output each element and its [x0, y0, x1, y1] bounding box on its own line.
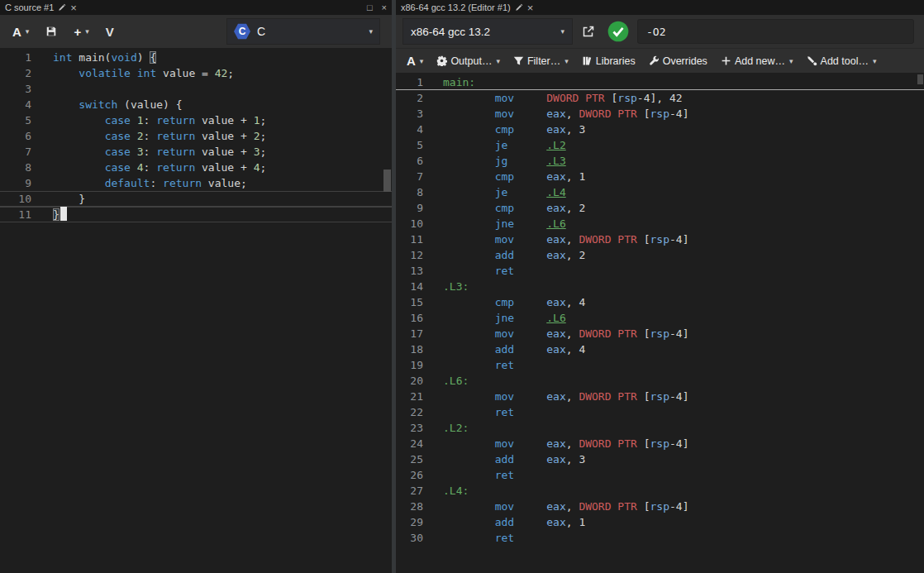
font-size-button[interactable]: A▾: [401, 51, 429, 70]
asm-label-link[interactable]: .L4: [546, 186, 565, 198]
close-pane-icon[interactable]: ×: [382, 2, 387, 12]
filter-button[interactable]: Filter…▾: [507, 52, 574, 70]
source-code-line[interactable]: 4 switch (value) {: [0, 97, 392, 112]
asm-code-line[interactable]: 10 jne .L6: [396, 216, 924, 232]
source-tab-title[interactable]: C source #1: [5, 2, 54, 12]
source-code-line[interactable]: 5 case 1: return value + 1;: [0, 112, 392, 128]
line-number: 2: [396, 90, 423, 106]
rename-tab-icon[interactable]: [515, 3, 523, 12]
line-number: 8: [396, 184, 423, 200]
asm-code-line[interactable]: 22 ret: [396, 404, 924, 420]
asm-code-line[interactable]: 13 ret: [396, 263, 924, 279]
asm-code-line[interactable]: 27.L4:: [396, 483, 924, 499]
asm-label-link[interactable]: .L6: [546, 217, 565, 230]
line-content: .L6:: [443, 373, 469, 389]
asm-code-line[interactable]: 26 ret: [396, 467, 924, 483]
asm-label-link[interactable]: .L6: [546, 312, 565, 324]
line-number: 10: [0, 191, 31, 207]
source-code-line[interactable]: 2 volatile int value = 42;: [0, 65, 392, 81]
asm-code-line[interactable]: 1main:: [396, 74, 924, 90]
line-number: 20: [396, 373, 423, 389]
compiler-explorer-app: C source #1 × □ × A ▾ + ▾: [0, 0, 924, 573]
book-icon: [582, 55, 593, 66]
scrollbar-thumb[interactable]: [917, 74, 923, 84]
asm-code-line[interactable]: 21 mov eax, DWORD PTR [rsp-4]: [396, 389, 924, 404]
add-pane-button[interactable]: + ▾: [68, 22, 94, 41]
source-code-lines: 1int main(void) {2 volatile int value = …: [0, 50, 392, 222]
line-number: 21: [396, 389, 423, 404]
asm-code-line[interactable]: 18 add eax, 4: [396, 341, 924, 357]
save-button[interactable]: [40, 22, 63, 41]
line-number: 6: [0, 128, 31, 144]
asm-code-line[interactable]: 20.L6:: [396, 373, 924, 389]
minimap[interactable]: [350, 50, 378, 86]
language-select[interactable]: C C ▾: [226, 18, 380, 45]
asm-code-line[interactable]: 29 add eax, 1: [396, 514, 924, 530]
asm-code-line[interactable]: 15 cmp eax, 4: [396, 294, 924, 310]
line-content: }: [53, 191, 85, 207]
source-editor[interactable]: 1int main(void) {2 volatile int value = …: [0, 48, 392, 573]
output-button[interactable]: Output…▾: [431, 52, 506, 70]
line-number: 1: [0, 50, 31, 65]
open-in-new-window-icon[interactable]: [578, 25, 599, 38]
asm-code-line[interactable]: 6 jg .L3: [396, 153, 924, 169]
line-number: 5: [0, 112, 31, 128]
source-code-line[interactable]: 6 case 2: return value + 2;: [0, 128, 392, 144]
button-label: Libraries: [596, 55, 636, 67]
asm-code-line[interactable]: 8 je .L4: [396, 184, 924, 200]
rename-tab-icon[interactable]: [58, 3, 66, 12]
source-code-line[interactable]: 11}: [0, 207, 392, 222]
asm-code-line[interactable]: 3 mov eax, DWORD PTR [rsp-4]: [396, 106, 924, 122]
editor-cursor: [60, 207, 67, 221]
asm-code-line[interactable]: 14.L3:: [396, 279, 924, 294]
asm-code-line[interactable]: 30 ret: [396, 530, 924, 546]
line-content: ret: [443, 357, 514, 373]
asm-code-line[interactable]: 2 mov DWORD PTR [rsp-4], 42: [396, 90, 924, 106]
scrollbar-thumb[interactable]: [383, 170, 391, 192]
libraries-button[interactable]: Libraries: [576, 52, 641, 70]
compiler-options-input[interactable]: -O2: [637, 19, 914, 44]
asm-code-line[interactable]: 19 ret: [396, 357, 924, 373]
source-code-line[interactable]: 8 case 4: return value + 4;: [0, 160, 392, 175]
source-pane-tabbar: C source #1 × □ ×: [0, 0, 392, 15]
font-size-button[interactable]: A ▾: [7, 22, 35, 41]
overrides-button[interactable]: Overrides: [643, 52, 713, 70]
source-code-line[interactable]: 1int main(void) {: [0, 50, 392, 65]
close-tab-icon[interactable]: ×: [70, 2, 77, 13]
maximize-pane-icon[interactable]: □: [367, 2, 373, 12]
asm-code-line[interactable]: 5 je .L2: [396, 137, 924, 153]
asm-code-line[interactable]: 23.L2:: [396, 420, 924, 436]
asm-label-link[interactable]: .L2: [546, 139, 565, 151]
source-code-line[interactable]: 10 }: [0, 191, 392, 207]
asm-code-line[interactable]: 12 add eax, 2: [396, 247, 924, 263]
asm-code-line[interactable]: 24 mov eax, DWORD PTR [rsp-4]: [396, 436, 924, 451]
asm-label-link[interactable]: .L3: [546, 155, 565, 167]
asm-code-line[interactable]: 16 jne .L6: [396, 310, 924, 326]
source-code-line[interactable]: 9 default: return value;: [0, 175, 392, 191]
line-content: main:: [443, 74, 475, 90]
line-number: 17: [396, 326, 423, 341]
vim-toggle-button[interactable]: V: [100, 22, 120, 41]
asm-code-line[interactable]: 4 cmp eax, 3: [396, 122, 924, 137]
asm-code-line[interactable]: 25 add eax, 3: [396, 451, 924, 467]
line-content: mov DWORD PTR [rsp-4], 42: [443, 90, 683, 106]
add-new-button[interactable]: Add new…▾: [715, 52, 799, 70]
add-tool-button[interactable]: Add tool…▾: [801, 52, 883, 70]
asm-code-line[interactable]: 7 cmp eax, 1: [396, 169, 924, 184]
source-code-line[interactable]: 3: [0, 81, 392, 97]
compiler-select[interactable]: x86-64 gcc 13.2 ▾: [402, 18, 573, 45]
close-tab-icon[interactable]: ×: [527, 2, 534, 13]
line-content: jg .L3: [443, 153, 566, 169]
line-content: ret: [443, 467, 514, 483]
compiler-tab-title[interactable]: x86-64 gcc 13.2 (Editor #1): [401, 2, 511, 12]
line-content: jne .L6: [443, 216, 566, 232]
line-number: 11: [0, 207, 31, 222]
source-code-line[interactable]: 7 case 3: return value + 3;: [0, 144, 392, 160]
asm-code-line[interactable]: 11 mov eax, DWORD PTR [rsp-4]: [396, 232, 924, 247]
asm-output-editor[interactable]: 1main:2 mov DWORD PTR [rsp-4], 423 mov e…: [396, 73, 924, 573]
asm-code-line[interactable]: 9 cmp eax, 2: [396, 200, 924, 216]
asm-code-line[interactable]: 17 mov eax, DWORD PTR [rsp-4]: [396, 326, 924, 341]
chevron-down-icon: ▾: [420, 57, 424, 65]
chevron-down-icon: ▾: [85, 27, 89, 36]
asm-code-line[interactable]: 28 mov eax, DWORD PTR [rsp-4]: [396, 499, 924, 514]
